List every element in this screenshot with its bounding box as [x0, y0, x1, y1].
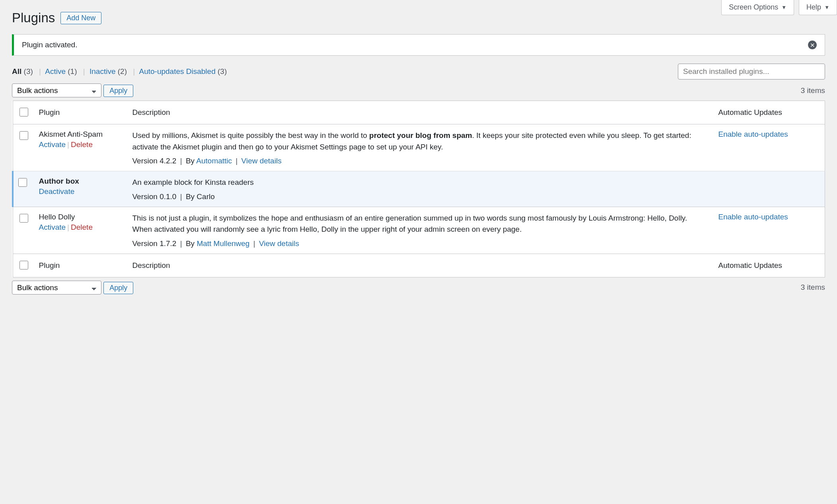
apply-button-top[interactable]: Apply: [103, 85, 133, 97]
add-new-button[interactable]: Add New: [60, 12, 101, 24]
screen-options-label: Screen Options: [729, 3, 778, 12]
column-auto-updates-bottom: Automatic Updates: [714, 254, 825, 277]
plugin-meta: Version 0.1.0 | By Carlo: [132, 192, 709, 201]
plugin-meta: Version 4.2.2 | By Automattic | View det…: [132, 157, 709, 165]
bulk-actions-select-top[interactable]: Bulk actions: [12, 83, 101, 97]
deactivate-link[interactable]: Deactivate: [39, 187, 75, 196]
screen-options-tab[interactable]: Screen Options ▼: [721, 0, 794, 15]
plugin-name: Author box: [39, 177, 123, 186]
author-link[interactable]: Automattic: [196, 157, 232, 165]
view-details-link[interactable]: View details: [259, 239, 299, 248]
select-plugin-checkbox[interactable]: [19, 214, 28, 223]
apply-button-bottom[interactable]: Apply: [103, 282, 133, 294]
column-description: Description: [128, 101, 714, 124]
filter-active[interactable]: Active: [45, 67, 66, 76]
column-description-bottom: Description: [128, 254, 714, 277]
page-title: Plugins: [12, 10, 55, 25]
notice-message: Plugin activated.: [22, 41, 77, 49]
activate-link[interactable]: Activate: [39, 223, 66, 231]
plugin-name: Akismet Anti-Spam: [39, 130, 123, 139]
help-label: Help: [806, 3, 821, 12]
activate-link[interactable]: Activate: [39, 140, 66, 149]
select-all-top[interactable]: [19, 108, 28, 116]
column-plugin-bottom: Plugin: [34, 254, 128, 277]
filter-auto-disabled-count: (3): [218, 67, 227, 76]
enable-auto-updates-link[interactable]: Enable auto-updates: [718, 213, 788, 221]
close-icon: ✕: [810, 42, 815, 48]
select-all-bottom[interactable]: [19, 261, 28, 269]
chevron-down-icon: ▼: [781, 4, 786, 10]
select-plugin-checkbox[interactable]: [19, 131, 28, 140]
plugin-description: This is not just a plugin, it symbolizes…: [132, 213, 709, 235]
plugin-name: Hello Dolly: [39, 213, 123, 221]
filter-auto-disabled[interactable]: Auto-updates Disabled: [139, 67, 215, 76]
chevron-down-icon: ▼: [824, 4, 829, 10]
notice-success: Plugin activated. ✕: [12, 34, 825, 56]
table-row: Author boxDeactivateAn example block for…: [13, 171, 825, 207]
column-auto-updates: Automatic Updates: [714, 101, 825, 124]
author-link[interactable]: Matt Mullenweg: [197, 239, 249, 248]
filter-active-count: (1): [68, 67, 77, 76]
filter-inactive-count: (2): [118, 67, 127, 76]
items-count-bottom: 3 items: [801, 283, 825, 292]
enable-auto-updates-link[interactable]: Enable auto-updates: [718, 130, 788, 138]
dismiss-notice-button[interactable]: ✕: [808, 41, 817, 49]
plugin-meta: Version 1.7.2 | By Matt Mullenweg | View…: [132, 239, 709, 248]
table-row: Hello DollyActivate|DeleteThis is not ju…: [13, 207, 825, 254]
filter-inactive[interactable]: Inactive: [90, 67, 115, 76]
plugin-description: Used by millions, Akismet is quite possi…: [132, 130, 709, 153]
filter-all[interactable]: All: [12, 67, 21, 76]
items-count-top: 3 items: [801, 86, 825, 95]
delete-link[interactable]: Delete: [71, 223, 93, 231]
plugins-table: Plugin Description Automatic Updates Aki…: [12, 101, 825, 277]
column-plugin: Plugin: [34, 101, 128, 124]
plugin-description: An example block for Kinsta readers: [132, 177, 709, 188]
table-row: Akismet Anti-SpamActivate|DeleteUsed by …: [13, 124, 825, 171]
view-details-link[interactable]: View details: [241, 157, 282, 165]
select-plugin-checkbox[interactable]: [18, 178, 27, 187]
bulk-actions-select-bottom[interactable]: Bulk actions: [12, 281, 101, 295]
help-tab[interactable]: Help ▼: [799, 0, 837, 15]
delete-link[interactable]: Delete: [71, 140, 93, 149]
filter-all-count: (3): [24, 67, 33, 76]
search-input[interactable]: [678, 64, 825, 79]
